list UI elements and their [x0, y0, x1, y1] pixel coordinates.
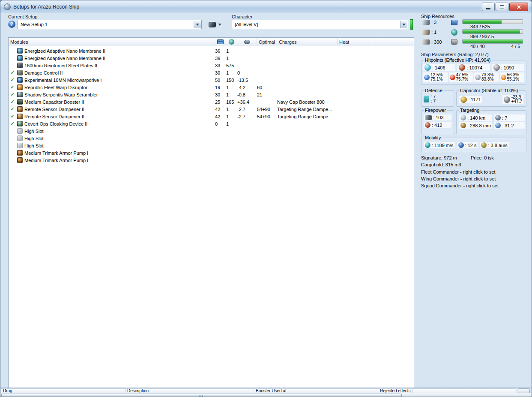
table-row[interactable]: ✓ Experimental 10MN Microwarpdrive I 50 … — [9, 76, 414, 84]
column-header-cpu[interactable] — [215, 38, 226, 46]
module-cap-use: -4.2 — [237, 85, 257, 90]
table-row[interactable]: ✓ Remote Sensor Dampener II 42 1 -2.7 54… — [9, 105, 414, 113]
speed-icon — [425, 142, 430, 148]
powergrid-icon — [229, 39, 234, 45]
table-row[interactable]: ✓ Remote Sensor Dampener II 42 1 -2.7 54… — [9, 113, 414, 120]
setup-menu-button[interactable] — [206, 20, 224, 29]
fleet-commander-text[interactable]: Fleet Commander - right click to set — [421, 169, 496, 174]
column-header-powergrid[interactable] — [226, 38, 237, 46]
powergrid-usage-text: 898 / 937.5 — [470, 34, 494, 39]
restore-icon — [500, 5, 504, 9]
mobility-box: Mobility : 1189 m/s : 12 s : 3.8 au/s — [421, 138, 526, 152]
table-row[interactable]: ✓ Damage Control II 30 1 0 — [9, 69, 414, 76]
table-row[interactable]: Energized Adaptive Nano Membrane II 36 1 — [9, 54, 414, 62]
sig-resolution: : 288.8 mm — [459, 122, 492, 129]
module-cpu: 19 — [215, 85, 226, 90]
window-controls — [482, 3, 528, 11]
module-powergrid: 1 — [226, 56, 237, 61]
module-powergrid: 165 — [226, 99, 237, 105]
resist-item: 73.8%83.8% — [474, 72, 499, 82]
module-name: Energized Adaptive Nano Membrane II — [23, 56, 215, 61]
fit-check-icon: ✓ — [9, 106, 16, 112]
chevron-down-icon[interactable] — [400, 21, 407, 28]
range-icon — [460, 115, 466, 120]
column-header-modules[interactable]: Modules — [9, 38, 215, 46]
defence-icon — [424, 96, 429, 102]
fit-check-icon: ✓ — [9, 92, 16, 97]
table-row[interactable]: Medium Trimark Armor Pump I — [9, 156, 414, 164]
defence-title: Defence — [424, 88, 444, 93]
squad-commander-text[interactable]: Squad Commander - right click to set — [421, 183, 499, 188]
table-row[interactable]: ✓ Republic Fleet Warp Disruptor 19 1 -4.… — [9, 84, 414, 91]
module-powergrid: 1 — [226, 92, 237, 97]
column-header-heat[interactable]: Heat — [338, 38, 376, 46]
minimize-button[interactable] — [482, 3, 495, 11]
module-cap-use: 0 — [237, 70, 257, 75]
table-row[interactable]: High Slot — [9, 127, 414, 135]
current-setup-value: New Setup 1 — [21, 22, 48, 27]
column-header-optimal[interactable]: Optimal — [257, 38, 277, 46]
module-name: 1600mm Reinforced Steel Plates II — [23, 63, 215, 68]
table-row[interactable]: ✓ Medium Capacitor Booster II 25 165 +36… — [9, 98, 414, 105]
table-row[interactable]: ✓ Shadow Serpentis Warp Scrambler 30 1 -… — [9, 91, 414, 98]
upgrade-icon — [422, 39, 430, 45]
app-window: Setups for Arazu Recon Ship Current Setu… — [0, 0, 532, 397]
table-row[interactable]: High Slot — [9, 135, 414, 142]
close-button[interactable] — [509, 3, 528, 11]
current-setup-label: Current Setup — [8, 14, 37, 19]
upgrade-count: : 300 — [431, 39, 442, 45]
module-icon — [17, 99, 23, 105]
warp-icon — [481, 142, 487, 148]
table-row[interactable]: 1600mm Reinforced Steel Plates II 33 575 — [9, 62, 414, 69]
module-optimal: 60 — [257, 85, 277, 90]
module-icon — [17, 106, 23, 112]
module-cpu: 36 — [215, 56, 226, 61]
module-icon — [17, 70, 23, 75]
hull-hp: : 1090 — [492, 64, 524, 71]
module-cpu: 33 — [215, 63, 226, 68]
restore-button[interactable] — [496, 3, 508, 11]
module-name: Medium Trimark Armor Pump I — [23, 150, 215, 156]
signature-text: Signature: 972 m — [421, 155, 457, 160]
cpu-bar — [462, 19, 523, 24]
module-icon — [17, 135, 23, 141]
help-icon[interactable]: ? — [8, 21, 15, 28]
fit-check-icon: ✓ — [9, 121, 16, 126]
module-cpu: 36 — [215, 48, 226, 54]
module-charges: Navy Cap Booster 800 — [277, 99, 338, 105]
titlebar[interactable]: Setups for Arazu Recon Ship — [0, 0, 532, 13]
module-cap-use: -0.8 — [237, 92, 257, 97]
table-row[interactable]: Medium Trimark Armor Pump I — [9, 149, 414, 156]
firepower-box: Firepower : 103 : 412 — [421, 110, 454, 134]
close-icon — [517, 5, 521, 9]
firepower-title: Firepower — [424, 108, 447, 113]
scan-resolution-icon — [495, 123, 501, 128]
scrollbar-thumb[interactable] — [1, 394, 402, 397]
wing-commander-text[interactable]: Wing Commander - right click to set — [421, 176, 496, 181]
table-row[interactable]: High Slot — [9, 142, 414, 149]
armor-icon — [459, 64, 465, 71]
price-text: Price: 0 isk — [471, 155, 494, 160]
table-row[interactable]: ✓ Covert Ops Cloaking Device II 0 1 — [9, 120, 414, 127]
current-setup-select[interactable]: New Setup 1 — [18, 20, 202, 29]
volley-stat: : 412 — [424, 122, 451, 128]
resist-item: 47.5%75.7% — [449, 72, 474, 82]
module-optimal: 54+90 — [257, 107, 277, 112]
mobility-title: Mobility — [424, 135, 442, 140]
column-header-capacitor[interactable] — [237, 38, 257, 46]
horizontal-scrollbar[interactable] — [0, 393, 532, 397]
turret-icon — [422, 20, 430, 25]
targeting-title: Targeting — [459, 108, 481, 113]
shield-icon — [424, 64, 431, 71]
shield-hp: : 1406 — [423, 64, 455, 71]
table-row[interactable]: Energized Adaptive Nano Membrane II 36 1 — [9, 47, 414, 54]
column-header-charges[interactable]: Charges — [277, 38, 338, 46]
max-velocity: : 1189 m/s — [424, 142, 455, 148]
fit-check-icon: ✓ — [9, 77, 16, 83]
module-powergrid: 1 — [226, 48, 237, 54]
chevron-down-icon[interactable] — [194, 21, 201, 28]
module-icon — [17, 150, 23, 156]
module-powergrid: 1 — [226, 70, 237, 75]
character-select[interactable]: [All level V] — [232, 20, 408, 29]
module-charges: Targeting Range Dampe... — [277, 107, 338, 112]
